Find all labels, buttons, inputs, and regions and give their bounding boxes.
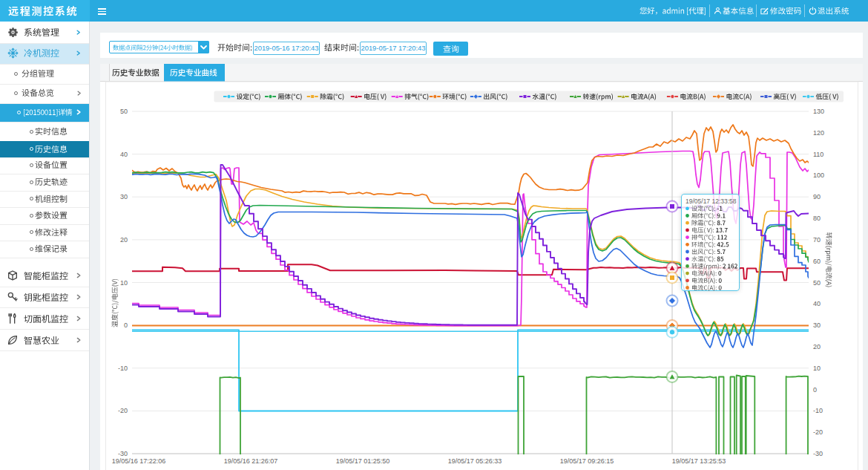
svg-text:19/05/16 17:22:06: 19/05/16 17:22:06: [112, 457, 166, 465]
svg-text:-20: -20: [813, 428, 823, 436]
svg-text:120: 120: [813, 129, 824, 137]
svg-text:30: 30: [120, 193, 128, 200]
svg-text:50: 50: [120, 108, 128, 115]
svg-text:20: 20: [120, 236, 128, 244]
svg-text:40: 40: [120, 151, 128, 158]
svg-text:-30: -30: [813, 450, 823, 457]
svg-text:19/05/16 21:26:07: 19/05/16 21:26:07: [224, 457, 278, 465]
svg-text:110: 110: [813, 151, 823, 158]
svg-text:10: 10: [120, 279, 128, 287]
svg-text:20: 20: [813, 343, 821, 350]
svg-text:100: 100: [813, 172, 824, 179]
svg-text:0: 0: [813, 386, 817, 394]
svg-text:19/05/17 13:25:53: 19/05/17 13:25:53: [672, 457, 726, 465]
svg-text:0: 0: [124, 322, 128, 329]
svg-text:50: 50: [813, 279, 821, 287]
svg-text:19/05/17 12:33:58: 19/05/17 12:33:58: [685, 198, 737, 205]
svg-text:60: 60: [813, 258, 821, 265]
svg-text:10: 10: [813, 365, 821, 372]
svg-text:130: 130: [813, 108, 824, 115]
svg-text:19/05/17 01:25:50: 19/05/17 01:25:50: [336, 457, 390, 465]
svg-text:-10: -10: [813, 407, 823, 414]
svg-text:80: 80: [813, 215, 821, 222]
svg-text:19/05/17 05:26:33: 19/05/17 05:26:33: [448, 457, 502, 465]
svg-text:-20: -20: [118, 407, 128, 414]
svg-text:19/05/17 09:26:15: 19/05/17 09:26:15: [560, 457, 614, 465]
svg-text:30: 30: [813, 322, 821, 329]
svg-text:40: 40: [813, 300, 821, 307]
svg-text:70: 70: [813, 236, 821, 244]
svg-text:90: 90: [813, 193, 821, 200]
svg-text:-30: -30: [118, 450, 128, 457]
svg-text:-10: -10: [118, 365, 128, 372]
